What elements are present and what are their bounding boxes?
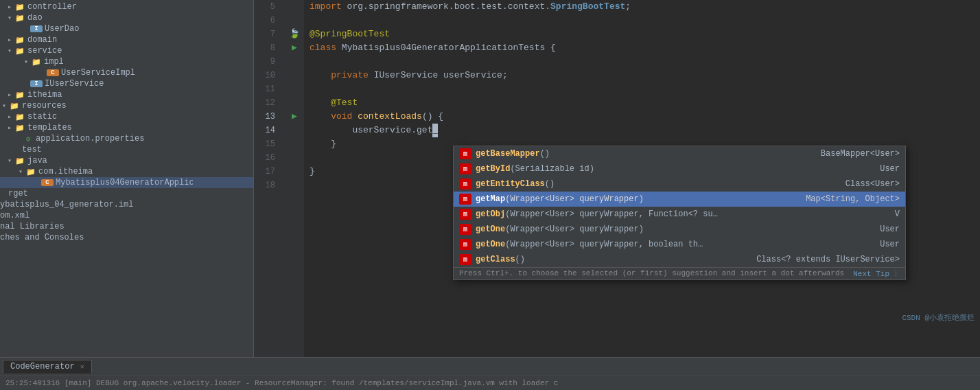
tree-item-templates[interactable]: ▸ 📁 templates bbox=[0, 122, 253, 133]
code-line-7: @SpringBootTest bbox=[310, 27, 980, 41]
spring-leaf-icon: 🍃 bbox=[289, 27, 300, 41]
ln-14: 14 bbox=[254, 124, 279, 137]
ac-item-getobj[interactable]: m getObj(Wrapper<User> queryWrapper, Fun… bbox=[454, 207, 905, 222]
tree-item-service[interactable]: ▾ 📁 service bbox=[0, 45, 253, 56]
tree-arrow-resources: ▾ bbox=[0, 102, 8, 110]
ln-8: 8 bbox=[254, 41, 279, 55]
ln-10: 10 bbox=[254, 69, 279, 82]
code-line-11 bbox=[310, 82, 980, 96]
tree-arrow-com: ▾ bbox=[16, 168, 25, 176]
tree-item-java[interactable]: ▾ 📁 java bbox=[0, 155, 253, 166]
run-icon-13: ▶ bbox=[292, 110, 297, 124]
tree-arrow-service: ▾ bbox=[5, 47, 14, 55]
tree-arrow-userdao: ▸ bbox=[22, 25, 30, 33]
tree-item-pom[interactable]: om.xml bbox=[0, 210, 253, 221]
interface-icon-iuserservice: I bbox=[30, 80, 43, 87]
class-icon-mybatisapp: C bbox=[41, 179, 54, 186]
folder-icon-resources: 📁 bbox=[8, 102, 21, 111]
editor-area: 5 6 7 8 9 10 11 12 13 14 15 16 17 18 🍃 ▶ bbox=[254, 0, 980, 357]
tree-item-app-properties[interactable]: ▸ ⚙ application.properties bbox=[0, 133, 253, 144]
ln-9: 9 bbox=[254, 55, 279, 69]
tree-item-scratches[interactable]: ches and Consoles bbox=[0, 232, 253, 243]
code-line-10: private IUserService userService; bbox=[310, 69, 980, 82]
ln-7: 7 bbox=[254, 27, 279, 41]
tree-item-static[interactable]: ▸ 📁 static bbox=[0, 111, 253, 122]
tree-item-userserviceimpl[interactable]: ▸ C UserServiceImpl bbox=[0, 67, 253, 78]
ac-method-icon: m bbox=[459, 254, 471, 265]
tree-item-impl[interactable]: ▾ 📁 impl bbox=[0, 56, 253, 67]
file-tree: ▸ 📁 controller ▾ 📁 dao ▸ I UserDao ▸ 📁 d… bbox=[0, 0, 254, 357]
tab-close-icon[interactable]: ✕ bbox=[80, 363, 84, 371]
status-text: 25:25:401316 [main] DEBUG org.apache.vel… bbox=[5, 379, 558, 387]
ln-12: 12 bbox=[254, 96, 279, 110]
ac-item-getone-1[interactable]: m getOne(Wrapper<User> queryWrapper) Use… bbox=[454, 222, 905, 237]
ac-method-icon: m bbox=[459, 194, 471, 205]
ln-15: 15 bbox=[254, 137, 279, 151]
ac-item-getbyid[interactable]: m getById(Serializable id) User bbox=[454, 161, 905, 176]
folder-icon-impl: 📁 bbox=[30, 58, 43, 67]
folder-icon-domain: 📁 bbox=[14, 36, 26, 45]
code-line-5: import org.springframework.boot.test.con… bbox=[310, 0, 980, 14]
code-line-8: class Mybatisplus04GeneratorApplicationT… bbox=[310, 41, 980, 55]
tab-label: CodeGenerator bbox=[10, 362, 75, 371]
bottom-tab-bar: CodeGenerator ✕ bbox=[0, 357, 980, 375]
main-area: ▸ 📁 controller ▾ 📁 dao ▸ I UserDao ▸ 📁 d… bbox=[0, 0, 980, 357]
folder-icon-static: 📁 bbox=[14, 113, 26, 122]
run-icon-8: ▶ bbox=[292, 41, 297, 55]
folder-icon-templates: 📁 bbox=[14, 124, 26, 133]
folder-icon-itheima: 📁 bbox=[14, 91, 26, 100]
tree-arrow-impl: ▾ bbox=[22, 58, 30, 66]
ln-11: 11 bbox=[254, 82, 279, 96]
ac-method-icon: m bbox=[459, 163, 471, 174]
ln-6: 6 bbox=[254, 14, 279, 27]
code-line-12: @Test bbox=[310, 96, 980, 110]
ac-item-getmap[interactable]: m getMap(Wrapper<User> queryWrapper) Map… bbox=[454, 192, 905, 207]
code-line-9 bbox=[310, 55, 980, 69]
tree-arrow: ▸ bbox=[5, 3, 14, 11]
tree-arrow-static: ▸ bbox=[5, 113, 14, 121]
folder-icon-com: 📁 bbox=[25, 168, 37, 176]
code-line-13: void contextLoads() { bbox=[310, 110, 980, 124]
ac-item-getone-2[interactable]: m getOne(Wrapper<User> queryWrapper, boo… bbox=[454, 237, 905, 252]
interface-icon-userdao: I bbox=[30, 25, 43, 32]
folder-icon-dao: 📁 bbox=[14, 14, 26, 23]
tab-codegenerator[interactable]: CodeGenerator ✕ bbox=[3, 360, 92, 374]
autocomplete-popup: m getBaseMapper() BaseMapper<User> m get… bbox=[453, 146, 906, 280]
line-numbers: 5 6 7 8 9 10 11 12 13 14 15 16 17 18 bbox=[254, 0, 285, 357]
tree-item-iml[interactable]: ybatisplus_04_generator.iml bbox=[0, 199, 253, 210]
ln-5: 5 bbox=[254, 0, 279, 14]
ac-method-icon: m bbox=[459, 239, 471, 250]
ac-method-icon: m bbox=[459, 179, 471, 190]
status-bar: 25:25:401316 [main] DEBUG org.apache.vel… bbox=[0, 375, 980, 390]
tree-item-resources[interactable]: ▾ 📁 resources bbox=[0, 100, 253, 111]
tree-item-target[interactable]: ▸ rget bbox=[0, 188, 253, 199]
ac-item-getentityclass[interactable]: m getEntityClass() Class<User> bbox=[454, 176, 905, 192]
tree-item-itheima[interactable]: ▸ 📁 itheima bbox=[0, 89, 253, 100]
tree-item-com-itheima[interactable]: ▾ 📁 com.itheima bbox=[0, 166, 253, 177]
ln-13: 13 bbox=[254, 110, 279, 124]
ac-method-icon: m bbox=[459, 209, 471, 220]
watermark: CSDN @小袁拒绝摆烂 bbox=[902, 312, 975, 323]
tree-arrow-templates: ▸ bbox=[5, 124, 14, 132]
tree-item-dao[interactable]: ▾ 📁 dao bbox=[0, 12, 253, 23]
ac-item-getclass[interactable]: m getClass() Class<? extends IUserServic… bbox=[454, 252, 905, 267]
ac-item-getbasemapper[interactable]: m getBaseMapper() BaseMapper<User> bbox=[454, 146, 905, 161]
tree-item-mybatisapp[interactable]: ▸ C Mybatisplus04GeneratorApplicationTe bbox=[0, 177, 253, 188]
tree-item-controller[interactable]: ▸ 📁 controller bbox=[0, 1, 253, 12]
ac-method-icon: m bbox=[459, 224, 471, 235]
code-line-14: userService.get_ bbox=[310, 124, 980, 137]
folder-icon-service: 📁 bbox=[14, 47, 26, 56]
tree-item-iuserservice[interactable]: ▸ I IUserService bbox=[0, 78, 253, 89]
tree-arrow-java: ▾ bbox=[5, 157, 14, 165]
tree-item-test[interactable]: ▸ test bbox=[0, 144, 253, 155]
ln-17: 17 bbox=[254, 165, 279, 179]
tree-item-domain[interactable]: ▸ 📁 domain bbox=[0, 34, 253, 45]
ln-16: 16 bbox=[254, 151, 279, 165]
tree-arrow-dao: ▾ bbox=[5, 14, 14, 22]
tree-item-libraries[interactable]: nal Libraries bbox=[0, 221, 253, 232]
properties-icon: ⚙ bbox=[22, 135, 34, 144]
autocomplete-footer: Press Ctrl+. to choose the selected (or … bbox=[454, 267, 905, 279]
tree-item-userdao[interactable]: ▸ I UserDao bbox=[0, 23, 253, 34]
class-icon-userserviceimpl: C bbox=[47, 69, 59, 76]
ac-method-icon: m bbox=[459, 148, 471, 159]
